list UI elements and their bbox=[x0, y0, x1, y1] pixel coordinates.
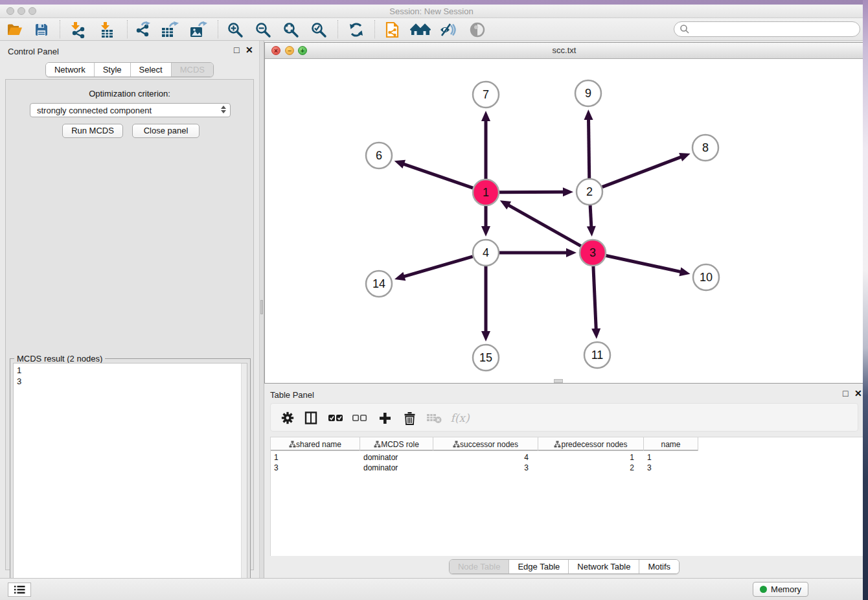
table-cell: 4 bbox=[433, 452, 538, 463]
column-header-label: MCDS role bbox=[381, 440, 419, 449]
graph-edge-2-8[interactable] bbox=[602, 156, 683, 187]
table-row[interactable]: 3dominator323 bbox=[271, 463, 863, 473]
export-image-icon[interactable] bbox=[187, 21, 209, 38]
first-neighbors-icon[interactable] bbox=[409, 21, 431, 38]
control-panel-close-icon[interactable]: ✕ bbox=[246, 45, 253, 54]
column-header-name[interactable]: name bbox=[644, 437, 698, 451]
graph-edge-1-2[interactable] bbox=[499, 192, 565, 192]
save-session-icon[interactable] bbox=[30, 21, 52, 38]
graph-node-label-11: 11 bbox=[591, 349, 604, 362]
search-input[interactable] bbox=[690, 25, 860, 34]
table-cell: 3 bbox=[271, 463, 360, 473]
control-panel-float-icon[interactable]: □ bbox=[234, 45, 239, 54]
tab-select[interactable]: Select bbox=[131, 63, 172, 76]
zoom-fit-icon[interactable] bbox=[280, 21, 302, 38]
zoom-in-icon[interactable] bbox=[224, 21, 246, 38]
desktop-wallpaper-right bbox=[863, 0, 868, 600]
graph-node-label-15: 15 bbox=[479, 351, 492, 364]
graph-edge-3-11[interactable] bbox=[593, 266, 596, 331]
table-row[interactable]: 1dominator411 bbox=[271, 452, 863, 463]
graph-edge-arrowhead bbox=[566, 248, 577, 257]
column-header-label: shared name bbox=[296, 440, 341, 449]
task-history-button[interactable] bbox=[8, 583, 31, 597]
graph-node-label-9: 9 bbox=[585, 87, 591, 100]
main-toolbar bbox=[0, 18, 863, 41]
run-mcds-button[interactable]: Run MCDS bbox=[62, 124, 123, 138]
toolbar-divider bbox=[337, 20, 338, 38]
status-bar: Memory bbox=[0, 578, 863, 600]
graph-edge-1-6[interactable] bbox=[402, 163, 473, 188]
graph-edge-4-14[interactable] bbox=[402, 257, 473, 277]
toolbar-divider bbox=[60, 20, 60, 38]
split-view-icon[interactable] bbox=[302, 410, 320, 426]
mcds-result-scrollbar[interactable] bbox=[241, 363, 247, 600]
mcds-result-line: 1 bbox=[17, 365, 238, 376]
mcds-result-lines: 13 bbox=[17, 365, 238, 387]
export-network-icon[interactable] bbox=[131, 21, 154, 38]
close-panel-button[interactable]: Close panel bbox=[132, 124, 200, 138]
refresh-icon[interactable] bbox=[345, 21, 367, 38]
criterion-select[interactable]: strongly connected component bbox=[30, 103, 231, 117]
window-titlebar: Session: New Session bbox=[0, 5, 863, 18]
mcds-result-title: MCDS result (2 nodes) bbox=[14, 354, 105, 363]
network-canvas[interactable]: 7968124314101511 bbox=[265, 59, 863, 383]
graph-edge-2-3[interactable] bbox=[590, 205, 591, 229]
column-hierarchy-icon bbox=[554, 441, 561, 448]
import-table-icon[interactable] bbox=[96, 21, 118, 38]
show-all-icon[interactable] bbox=[466, 21, 488, 38]
graph-edge-2-9[interactable] bbox=[588, 117, 589, 178]
hide-selected-icon[interactable] bbox=[437, 21, 459, 38]
column-hierarchy-icon bbox=[289, 441, 296, 448]
tab-motifs[interactable]: Motifs bbox=[639, 560, 679, 573]
graph-edge-3-10[interactable] bbox=[606, 255, 683, 272]
graph-edge-3-1[interactable] bbox=[507, 204, 580, 246]
clone-network-icon[interactable] bbox=[382, 21, 404, 38]
table-toolbar: f(x) bbox=[270, 403, 858, 432]
search-box[interactable] bbox=[674, 21, 860, 37]
delete-column-trash-icon[interactable] bbox=[400, 410, 418, 426]
gear-icon[interactable] bbox=[279, 410, 297, 426]
column-header-successor-nodes[interactable]: successor nodes bbox=[433, 437, 538, 451]
criterion-value: strongly connected component bbox=[37, 106, 152, 115]
memory-button[interactable]: Memory bbox=[753, 582, 808, 597]
column-header-mcds-role[interactable]: MCDS role bbox=[360, 437, 433, 451]
desktop-wallpaper-top bbox=[0, 0, 868, 5]
table-panel-close-icon[interactable]: ✕ bbox=[854, 389, 862, 398]
splitter-handle[interactable] bbox=[260, 300, 263, 314]
column-hierarchy-icon bbox=[374, 441, 381, 448]
graph-node-label-1: 1 bbox=[483, 186, 489, 199]
table-tabbar: Node TableEdge TableNetwork TableMotifs bbox=[449, 559, 680, 574]
network-resize-grip[interactable] bbox=[554, 379, 563, 383]
network-window-titlebar[interactable]: × – + scc.txt bbox=[265, 43, 863, 59]
deselect-all-checkboxes-icon[interactable] bbox=[350, 410, 369, 426]
toolbar-divider bbox=[374, 20, 375, 38]
tab-network-table[interactable]: Network Table bbox=[569, 560, 639, 573]
table-panel-float-icon[interactable]: □ bbox=[843, 389, 848, 398]
node-table: shared nameMCDS rolesuccessor nodesprede… bbox=[270, 437, 863, 556]
tab-edge-table[interactable]: Edge Table bbox=[509, 560, 569, 573]
tab-style[interactable]: Style bbox=[95, 63, 131, 76]
graph-edge-arrowhead bbox=[394, 160, 405, 168]
column-header-predecessor-nodes[interactable]: predecessor nodes bbox=[538, 437, 644, 451]
select-all-checkboxes-icon[interactable] bbox=[326, 410, 345, 426]
tab-node-table[interactable]: Node Table bbox=[450, 560, 510, 573]
delete-table-icon bbox=[425, 410, 443, 426]
table-cell: 3 bbox=[433, 463, 538, 473]
add-column-icon[interactable] bbox=[376, 410, 394, 426]
mcds-result-textarea[interactable]: 13 bbox=[13, 363, 247, 600]
tab-network[interactable]: Network bbox=[46, 63, 95, 76]
graph-edge-arrowhead bbox=[563, 187, 573, 196]
panel-splitter[interactable] bbox=[259, 41, 264, 578]
tab-mcds[interactable]: MCDS bbox=[172, 63, 213, 76]
import-network-icon[interactable] bbox=[67, 21, 89, 38]
export-table-icon[interactable] bbox=[159, 21, 181, 38]
zoom-out-icon[interactable] bbox=[252, 21, 274, 38]
zoom-selected-icon[interactable] bbox=[308, 21, 330, 38]
column-header-label: name bbox=[661, 440, 680, 449]
table-header-row: shared nameMCDS rolesuccessor nodesprede… bbox=[271, 437, 698, 451]
memory-status-icon bbox=[760, 586, 767, 593]
column-header-shared-name[interactable]: shared name bbox=[271, 437, 360, 451]
network-view-window: × – + scc.txt 7968124314101511 bbox=[264, 42, 864, 384]
open-session-icon[interactable] bbox=[4, 21, 26, 38]
app-screen: Session: New Session bbox=[0, 0, 868, 600]
